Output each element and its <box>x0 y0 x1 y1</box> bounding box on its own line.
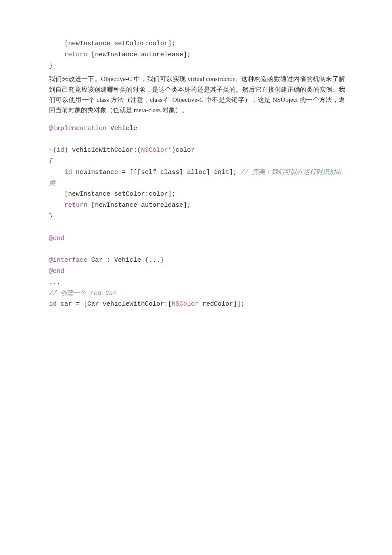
keyword-return: return <box>64 51 87 58</box>
keyword-end: @end <box>49 268 64 275</box>
code-line: @implementation Vehicle <box>49 123 345 134</box>
code-line: +(id) vehicleWithColor:(NSColor*)color <box>49 145 345 156</box>
code-line: id newInstance = [[[self class] alloc] i… <box>49 167 345 189</box>
code-block-3: @interface Car : Vehicle {...} @end ... … <box>49 255 345 310</box>
code-line: } <box>49 61 345 72</box>
keyword-id: id <box>64 169 72 176</box>
blank-line <box>49 134 345 145</box>
code-line: return [newInstance autorelease]; <box>49 200 345 211</box>
code-line: { <box>49 156 345 167</box>
keyword-end: @end <box>49 235 64 242</box>
document-page: [newInstance setColor:color]; return [ne… <box>0 0 392 310</box>
type-nscolor: NSColor <box>141 147 168 154</box>
code-line: ... <box>49 277 345 288</box>
keyword-interface: @interface <box>49 257 87 264</box>
keyword-return: return <box>64 202 87 209</box>
code-line: // 创建一个 red Car <box>49 288 345 299</box>
code-line: id car = [Car vehicleWithColor:[NSColor … <box>49 299 345 310</box>
code-line: @end <box>49 233 345 244</box>
code-block-2: @implementation Vehicle +(id) vehicleWit… <box>49 123 345 244</box>
blank-line <box>49 222 345 233</box>
code-line: @end <box>49 266 345 277</box>
keyword-implementation: @implementation <box>49 125 107 132</box>
code-line: [newInstance setColor:color]; <box>49 189 345 200</box>
code-line: @interface Car : Vehicle {...} <box>49 255 345 266</box>
code-block-1: [newInstance setColor:color]; return [ne… <box>49 38 345 71</box>
keyword-id: id <box>57 147 64 154</box>
prose-paragraph: 我们来改进一下。Objective-C 中，我们可以实现 virtual con… <box>49 74 345 115</box>
code-line: return [newInstance autorelease]; <box>49 49 345 61</box>
blank-line <box>49 244 345 255</box>
keyword-id: id <box>49 301 57 308</box>
code-line: [newInstance setColor:color]; <box>49 38 345 49</box>
type-nscolor: NSColor <box>172 301 199 308</box>
code-line: } <box>49 211 345 222</box>
